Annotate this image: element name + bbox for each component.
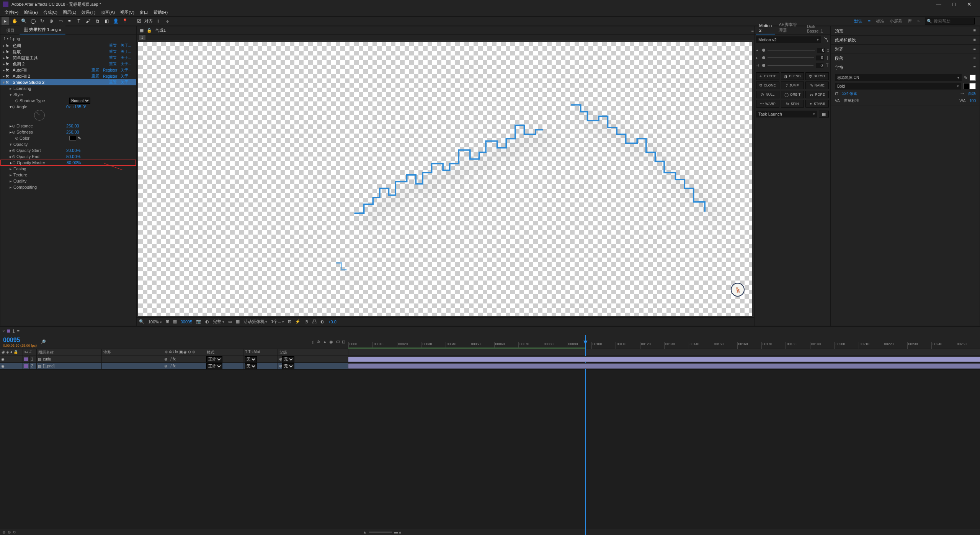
kerning-value[interactable]: 度量标准 [844, 98, 859, 103]
motion-warp-button[interactable]: 〰WARP [756, 100, 779, 108]
panel-align[interactable]: 对齐 [835, 46, 843, 52]
panel-paragraph[interactable]: 段落 [835, 55, 843, 61]
zoom-select[interactable]: 100% [148, 320, 162, 324]
roi-icon[interactable]: ▭ [228, 319, 232, 324]
opacity-start-value[interactable]: 20.00% [66, 148, 80, 153]
marker[interactable]: 1 [139, 35, 145, 40]
workspace-small[interactable]: 小屏幕 [890, 18, 902, 24]
trkmat-select[interactable]: 无 [245, 356, 257, 362]
roto-tool[interactable]: 👤 [112, 17, 119, 25]
anchor-bot-icon[interactable]: ⟙ [826, 63, 829, 68]
stamp-tool[interactable]: ⧉ [93, 17, 101, 25]
tracking-value[interactable]: 100 [969, 99, 976, 103]
snap-opt2-icon[interactable]: ⟐ [163, 17, 171, 25]
mode-select[interactable]: 正常 [206, 363, 222, 369]
opacity-master-value[interactable]: 80.00% [67, 160, 81, 165]
menu-effect[interactable]: 效果(T) [80, 10, 97, 15]
eraser-tool[interactable]: ◧ [103, 17, 110, 25]
tl-icon[interactable]: ⊡ [342, 339, 345, 344]
motion-blend-button[interactable]: ◑BLEND [781, 72, 804, 80]
motion-stare-button[interactable]: ✦STARE [805, 100, 829, 108]
workspace-lib[interactable]: 库 [908, 18, 912, 24]
tl-icon[interactable]: ▲ [323, 339, 327, 344]
motion-preset-select[interactable]: Motion v2 [756, 36, 821, 43]
transparency-icon[interactable]: ▦ [173, 319, 177, 324]
motion-excite-button[interactable]: ＋EXCITE [756, 72, 779, 80]
orbit-tool[interactable]: ◯ [29, 17, 37, 25]
hand-tool[interactable]: ✋ [11, 17, 18, 25]
lock-icon[interactable]: 🔒 [147, 28, 152, 33]
exposure-value[interactable]: +0.0 [328, 320, 336, 324]
tab-project[interactable]: 项目 [2, 26, 19, 34]
motion-name-button[interactable]: ✎NAME [805, 82, 829, 89]
workspace-default[interactable]: 默认 [854, 18, 862, 24]
menu-layer[interactable]: 图层(L) [61, 10, 78, 15]
tl-icon[interactable]: ⎌ [312, 339, 315, 344]
anchor-tool[interactable]: ⊕ [47, 17, 55, 25]
flowchart-icon[interactable]: 品 [312, 319, 317, 325]
render-queue-icon[interactable]: ⟳ [13, 530, 16, 534]
font-weight-select[interactable]: Bold [835, 83, 961, 90]
tl-icon[interactable]: 🏷 [335, 339, 340, 344]
eyedropper-icon[interactable]: ✎ [78, 136, 81, 141]
task-run-button[interactable]: ▦ [819, 111, 829, 117]
time-ruler[interactable]: 0000000100002000030000400005000060000700… [348, 335, 980, 349]
font-family-select[interactable]: 思源黑体 CN [835, 74, 962, 81]
workspace-menu-icon[interactable]: ≡ [868, 19, 870, 23]
slider-1[interactable] [768, 50, 815, 51]
motion-burst-button[interactable]: ✲BURST [805, 72, 829, 80]
task-launch-select[interactable]: Task Launch [756, 111, 817, 117]
tl-icon[interactable]: ✲ [317, 339, 320, 344]
channel-icon[interactable]: ◐ [205, 319, 209, 324]
rotate-tool[interactable]: ↻ [38, 17, 46, 25]
layer-row[interactable]: ◉2▦[1.png]⊛ / fx正常无⊚ 无 [0, 363, 980, 370]
menu-animation[interactable]: 动画(A) [100, 10, 117, 15]
tab-menu-icon[interactable]: ≡ [59, 27, 61, 32]
grid-icon[interactable]: ▦ [140, 28, 144, 33]
color-swatch[interactable] [69, 136, 76, 140]
type-tool[interactable]: T [75, 17, 83, 25]
leading-value[interactable]: 自动 [968, 91, 976, 96]
frame-display[interactable]: 00095 [181, 320, 193, 324]
snap-checkbox[interactable]: ☑ [135, 17, 143, 25]
minimize-button[interactable]: — [931, 1, 946, 7]
tab-menu-icon[interactable]: ≡ [751, 28, 754, 33]
menu-view[interactable]: 视图(V) [119, 10, 136, 15]
menu-help[interactable]: 帮助(H) [152, 10, 169, 15]
camera-select[interactable]: 活动摄像机 [243, 319, 268, 325]
menu-composition[interactable]: 合成(C) [42, 10, 59, 15]
menu-window[interactable]: 窗口 [138, 10, 150, 15]
maximize-button[interactable]: □ [946, 1, 962, 7]
tab-script-mgr[interactable]: AE脚本管理器 [776, 21, 803, 34]
workspace-more[interactable]: » [917, 19, 920, 23]
slider-2[interactable] [768, 57, 814, 58]
motion-rope-button[interactable]: ⫘ROPE [805, 91, 829, 98]
panel-character[interactable]: 字符 [835, 65, 843, 70]
tl-close-icon[interactable]: × [2, 329, 5, 333]
motion-orbit-button[interactable]: ◯ORBIT [781, 91, 804, 98]
motion-jump-button[interactable]: ⤴JUMP [781, 82, 804, 89]
viewport[interactable]: 🦌 [137, 40, 754, 317]
tab-effect-controls[interactable]: ▦ 效果控件 1.png ≡ [20, 25, 65, 34]
menu-file[interactable]: 文件(F) [3, 10, 20, 15]
work-area[interactable] [348, 347, 585, 349]
brush-tool[interactable]: 🖌 [84, 17, 92, 25]
opacity-end-value[interactable]: 50.00% [66, 154, 80, 159]
toggle-switches-icon[interactable]: ⊕ [2, 530, 5, 534]
tl-menu-icon[interactable]: ≡ [17, 329, 20, 333]
motion-spin-button[interactable]: ↻SPIN [781, 100, 804, 108]
mode-select[interactable]: 正常 [206, 356, 222, 362]
trkmat-select[interactable]: 无 [245, 363, 257, 369]
angle-dial[interactable] [34, 110, 45, 121]
current-time[interactable]: 00095 [3, 337, 37, 344]
comp-tab[interactable]: 合成1 [155, 28, 166, 33]
workspace-standard[interactable]: 标准 [876, 18, 884, 24]
softness-value[interactable]: 250.00 [66, 130, 79, 134]
tab-motion2[interactable]: Motion 2 [756, 22, 775, 34]
anchor-mid-icon[interactable]: ⟊ [826, 55, 829, 60]
pen-tool[interactable]: ✒ [66, 17, 74, 25]
toggle-modes-icon[interactable]: ⊖ [8, 530, 11, 534]
pixel-aspect-icon[interactable]: ⊡ [288, 319, 291, 324]
layer-row[interactable]: ◉1▦zudu⊛ / fx正常无⊚ 无 [0, 356, 980, 363]
ease-graph-icon[interactable]: 〽 [823, 37, 829, 43]
